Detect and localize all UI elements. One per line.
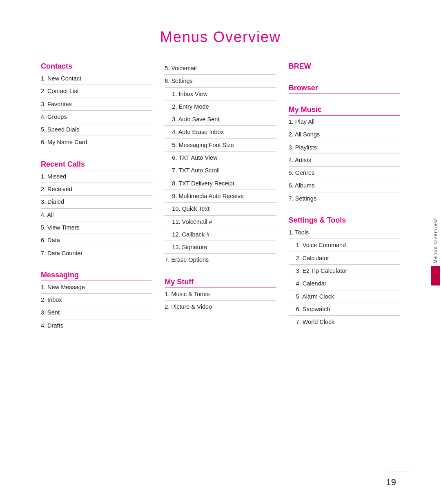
list-item: 6. Data	[41, 234, 152, 247]
list-item: 7. World Clock	[289, 316, 400, 328]
list-item: 12. Callback #	[165, 228, 276, 241]
section-items-settings-tools: 1. Tools1. Voice Command2. Calculator3. …	[289, 226, 400, 328]
list-item: 13. Signature	[165, 241, 276, 254]
list-item: 7. Settings	[289, 192, 400, 205]
list-item: 1. Missed	[41, 170, 152, 183]
list-item: 4. All	[41, 209, 152, 221]
list-item: 11. Voicemail #	[165, 216, 276, 228]
section-title-my-stuff: My Stuff	[165, 278, 276, 288]
list-item: 2. Entry Mode	[165, 100, 276, 113]
section-messaging-cont: 5. Voicemail6. Settings1. Inbox View2. E…	[165, 62, 276, 266]
section-brew: BREW	[289, 62, 400, 72]
list-item: 1. Music & Tones	[165, 288, 276, 301]
section-contacts: Contacts1. New Contact2. Contact List3. …	[41, 62, 152, 149]
section-title-brew: BREW	[289, 62, 400, 72]
list-item: 4. Auto Erase Inbox	[165, 126, 276, 138]
list-item: 5. Genres	[289, 167, 400, 179]
section-items-my-stuff: 1. Music & Tones2. Picture & Video	[165, 288, 276, 313]
section-browser: Browser	[289, 84, 400, 94]
column-1: Contacts1. New Contact2. Contact List3. …	[41, 62, 165, 343]
list-item: 2. Picture & Video	[165, 301, 276, 313]
section-title-browser: Browser	[289, 84, 400, 94]
column-3: BREWBrowserMy Music1. Play All2. All Son…	[289, 62, 400, 343]
list-item: 2. Inbox	[41, 294, 152, 306]
section-items-contacts: 1. New Contact2. Contact List3. Favorite…	[41, 72, 152, 149]
list-item: 4. Calendar	[289, 277, 400, 290]
section-settings-tools: Settings & Tools1. Tools1. Voice Command…	[289, 216, 400, 328]
list-item: 2. Calculator	[289, 252, 400, 265]
section-title-settings-tools: Settings & Tools	[289, 216, 400, 226]
section-title-my-music: My Music	[289, 105, 400, 116]
section-my-music: My Music1. Play All2. All Songs3. Playli…	[289, 105, 400, 205]
list-item: 6. My Name Card	[41, 136, 152, 148]
list-item: 7. Erase Options	[165, 254, 276, 266]
list-item: 1. New Contact	[41, 72, 152, 85]
list-item: 3. Playlists	[289, 141, 400, 154]
section-items-messaging: 1. New Message2. Inbox3. Sent4. Drafts	[41, 281, 152, 332]
list-item: 3. Sent	[41, 306, 152, 319]
list-item: 2. Contact List	[41, 85, 152, 98]
list-item: 1. Play All	[289, 116, 400, 128]
list-item: 3. Favorites	[41, 98, 152, 111]
column-2: 5. Voicemail6. Settings1. Inbox View2. E…	[165, 62, 288, 343]
list-item: 6. Settings	[165, 75, 276, 87]
list-item: 4. Groups	[41, 111, 152, 123]
list-item: 2. All Songs	[289, 128, 400, 141]
section-recent-calls: Recent Calls1. Missed2. Received3. Diale…	[41, 160, 152, 259]
list-item: 7. Data Counter	[41, 247, 152, 259]
list-item: 1. Voice Command	[289, 239, 400, 252]
list-item: 5. View Timers	[41, 221, 152, 234]
side-tab: Menus Overview	[430, 219, 441, 285]
list-item: 4. Artists	[289, 154, 400, 167]
list-item: 3. Auto Save Sent	[165, 113, 276, 126]
list-item: 10. Quick Text	[165, 203, 276, 215]
bottom-rule	[388, 471, 408, 471]
section-items-recent-calls: 1. Missed2. Received3. Dialed4. All5. Vi…	[41, 170, 152, 259]
section-items-my-music: 1. Play All2. All Songs3. Playlists4. Ar…	[289, 116, 400, 205]
list-item: 8. TXT Delivery Receipt	[165, 177, 276, 190]
list-item: 1. Tools	[289, 226, 400, 239]
list-item: 3. Ez Tip Calculator	[289, 265, 400, 277]
list-item: 5. Alarm Clock	[289, 290, 400, 303]
side-tab-marker	[431, 266, 440, 285]
page-title: Menus Overview	[0, 0, 441, 62]
list-item: 5. Speed Dials	[41, 123, 152, 136]
list-item: 1. New Message	[41, 281, 152, 294]
section-title-messaging: Messaging	[41, 271, 152, 281]
section-title-contacts: Contacts	[41, 62, 152, 72]
section-messaging: Messaging1. New Message2. Inbox3. Sent4.…	[41, 271, 152, 332]
section-my-stuff: My Stuff1. Music & Tones2. Picture & Vid…	[165, 278, 276, 313]
list-item: 1. Inbox View	[165, 88, 276, 100]
list-item: 5. Messaging Font Size	[165, 139, 276, 152]
content-area: Contacts1. New Contact2. Contact List3. …	[0, 62, 441, 343]
section-items-messaging-cont: 5. Voicemail6. Settings1. Inbox View2. E…	[165, 62, 276, 266]
list-item: 9. Multimedia Auto Receive	[165, 190, 276, 203]
list-item: 7. TXT Auto Scroll	[165, 164, 276, 177]
list-item: 6. Stopwatch	[289, 303, 400, 316]
list-item: 3. Dialed	[41, 196, 152, 208]
list-item: 2. Received	[41, 183, 152, 196]
side-tab-text: Menus Overview	[433, 219, 438, 263]
page-number: 19	[386, 477, 396, 488]
section-title-recent-calls: Recent Calls	[41, 160, 152, 170]
list-item: 5. Voicemail	[165, 62, 276, 75]
list-item: 4. Drafts	[41, 319, 152, 332]
list-item: 6. Albums	[289, 179, 400, 192]
list-item: 6. TXT Auto View	[165, 152, 276, 164]
